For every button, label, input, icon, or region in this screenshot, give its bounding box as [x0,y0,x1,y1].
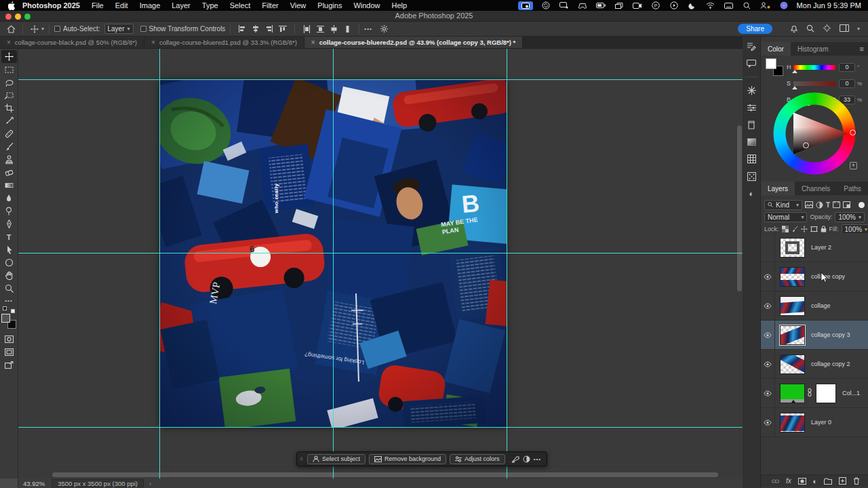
layer-thumbnail[interactable] [780,296,805,316]
visibility-toggle[interactable] [761,379,775,408]
quick-mask-button[interactable] [1,333,17,346]
auto-select-checkbox[interactable] [54,26,60,32]
shape-tool[interactable] [1,256,17,269]
visibility-toggle[interactable] [761,350,775,379]
lock-artboard-icon[interactable] [810,226,818,232]
menu-view[interactable]: View [290,1,307,9]
layer-row-collage[interactable]: collage [761,291,868,321]
lasso-tool[interactable] [1,76,17,89]
layer-name[interactable]: collage copy 3 [811,331,850,338]
visibility-toggle[interactable] [761,291,775,321]
color-panel-menu-icon[interactable]: ≡ [856,42,868,56]
taskbar-more-dots[interactable]: ••• [534,456,541,462]
workspace-icon[interactable] [840,24,849,33]
horizontal-scrollbar[interactable] [45,472,725,477]
apple-icon[interactable] [8,1,16,10]
screen-mirroring-icon[interactable] [518,1,533,10]
filter-smart-objects-icon[interactable] [843,201,850,208]
blur-tool[interactable] [1,192,17,205]
gear-icon[interactable] [378,23,391,35]
home-icon[interactable] [4,23,18,35]
delete-layer-button[interactable] [853,475,860,487]
horizontal-scroll-thumb[interactable] [52,472,718,477]
menu-filter[interactable]: Filter [262,1,278,9]
status-options-chevron[interactable]: › [149,480,151,487]
align-center-h-icon[interactable] [249,23,262,35]
transform-icon[interactable] [511,455,519,463]
layer-thumbnail[interactable] [780,238,805,258]
new-adjustment-layer-button[interactable]: ◐ [813,477,818,485]
creative-cloud-icon[interactable] [540,1,551,10]
saturation-value[interactable]: 0 [839,79,855,88]
layer-thumbnail[interactable] [780,267,805,287]
crop-tool[interactable] [1,102,17,115]
close-tab-icon[interactable]: × [151,39,155,46]
eyedropper-tool[interactable] [1,115,17,127]
menu-help[interactable]: Help [392,1,408,9]
doc-tab-1[interactable]: × collage-course-black.psd @ 50% (RGB/8*… [0,37,144,48]
record-icon[interactable] [669,1,679,10]
menu-window[interactable]: Window [353,1,380,9]
menu-photoshop[interactable]: Photoshop 2025 [22,1,80,9]
move-options-chevron[interactable]: ▾ [41,26,44,32]
layer-name[interactable]: Layer 2 [811,244,831,251]
menu-edit[interactable]: Edit [115,1,128,9]
workspace-chevron[interactable]: ▾ [857,26,860,32]
contextual-task-bar[interactable]: ⠿ Select subject Remove background Adjus… [296,451,547,466]
canvas-viewport[interactable]: who really B MAY BE THE PLAN MVP Looking… [18,49,743,479]
filter-toggle-switch[interactable] [859,202,865,208]
new-group-button[interactable] [824,475,832,487]
comments-panel-icon[interactable] [747,60,756,68]
search-icon[interactable] [806,24,814,34]
lock-position-icon[interactable] [801,226,808,232]
object-selection-tool[interactable] [1,89,17,102]
vertical-scrollbar[interactable] [737,49,742,472]
menu-layer[interactable]: Layer [172,1,191,9]
layer-style-fx-button[interactable]: fx [786,477,791,485]
opacity-field[interactable]: 100%▾ [835,212,865,222]
edit-toolbar-dots[interactable]: ••• [5,298,12,304]
menu-image[interactable]: Image [140,1,161,9]
filter-kind-dropdown[interactable]: Kind ▾ [764,200,802,210]
lock-transparent-icon[interactable] [782,226,789,232]
learn-panel-icon[interactable] [747,42,756,51]
libraries-panel-icon[interactable] [747,121,755,129]
layer-row-collage-copy3-selected[interactable]: collage copy 3 [761,321,868,350]
hue-slider[interactable] [793,65,835,70]
brush-tool[interactable] [1,140,17,153]
properties-panel-icon[interactable] [747,104,756,112]
zoom-level-field[interactable]: 43.92% [23,480,45,487]
discover-sparkle-icon[interactable] [823,24,831,34]
layer-thumbnail[interactable] [780,325,805,345]
hand-tool[interactable] [1,269,17,282]
screen-mode-button[interactable] [1,346,17,359]
tab-paths[interactable]: Paths [837,182,868,195]
swap-colors-icon[interactable] [3,306,15,312]
wifi-icon[interactable] [705,1,716,10]
guide-vertical-left[interactable] [159,49,160,479]
camera-icon[interactable] [632,1,643,10]
hue-ring-marker[interactable] [850,129,856,136]
lock-all-icon[interactable] [821,226,827,232]
adjust-colors-button[interactable]: Adjust colors [450,454,505,464]
filter-pixel-layers-icon[interactable] [805,201,813,208]
hue-value[interactable]: 0 [839,63,855,72]
tab-histogram[interactable]: Histogram [791,42,835,56]
foreground-color-swatch[interactable] [1,314,10,323]
more-options-dots[interactable]: ••• [364,26,372,32]
tab-layers[interactable]: Layers [761,182,795,195]
filter-adjustment-layers-icon[interactable] [816,201,823,209]
path-selection-tool[interactable] [1,243,17,256]
marquee-tool[interactable] [1,63,17,76]
eraser-tool[interactable] [1,166,17,179]
visibility-toggle[interactable] [761,262,775,291]
menu-plugins[interactable]: Plugins [317,1,342,9]
taskbar-drag-handle[interactable]: ⠿ [300,458,304,460]
document-size-readout[interactable]: 3500 px x 3500 px (300 ppi) [52,479,144,487]
distribute-center-icon[interactable] [327,23,340,35]
layer-row-color-fill[interactable]: Col...1 [761,379,868,408]
new-layer-button[interactable] [839,475,846,487]
menu-file[interactable]: File [92,1,104,9]
tab-channels[interactable]: Channels [795,182,837,195]
siri-icon[interactable] [778,1,789,10]
